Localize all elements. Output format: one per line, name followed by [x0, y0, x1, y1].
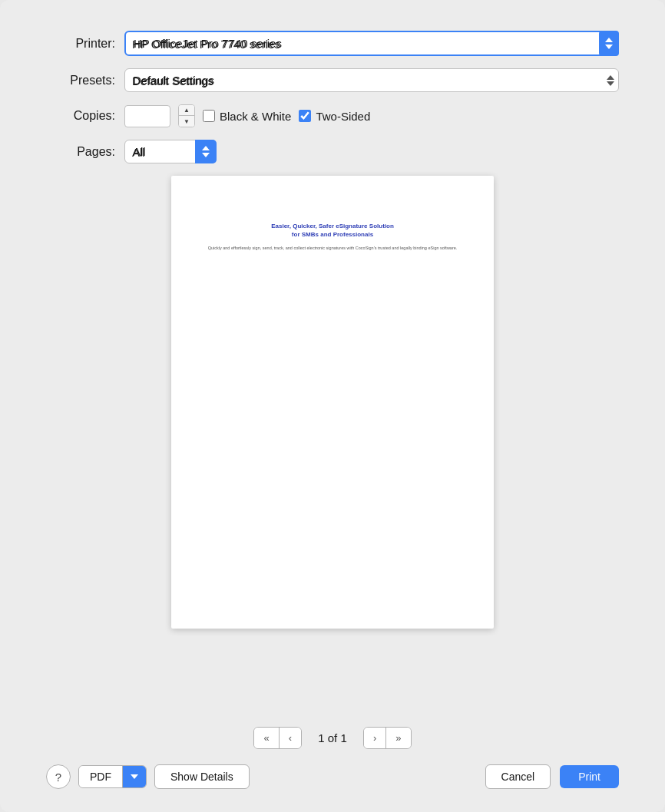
- cancel-button[interactable]: Cancel: [485, 764, 551, 789]
- help-button[interactable]: ?: [46, 764, 71, 789]
- preview-area: Easier, Quicker, Safer eSignature Soluti…: [46, 176, 619, 719]
- show-details-button[interactable]: Show Details: [154, 764, 250, 789]
- copies-input[interactable]: 1: [124, 105, 170, 127]
- last-page-button[interactable]: »: [386, 728, 410, 748]
- printer-row: Printer: HP OfficeJet Pro 7740 series HP…: [46, 31, 619, 56]
- presets-label: Presets:: [46, 74, 115, 87]
- nav-next-last-group: › »: [363, 727, 412, 749]
- nav-first-prev-group: « ‹: [253, 727, 302, 749]
- two-sided-label[interactable]: Two-Sided: [316, 110, 370, 123]
- pdf-label[interactable]: PDF: [79, 766, 123, 787]
- preview-title: Easier, Quicker, Safer eSignature Soluti…: [208, 222, 458, 239]
- next-page-button[interactable]: ›: [364, 728, 386, 748]
- copies-label: Copies:: [46, 109, 115, 123]
- pages-row: Pages: All All: [46, 140, 619, 163]
- presets-row: Presets: Default Settings Default Settin…: [46, 68, 619, 92]
- copies-decrement-button[interactable]: ▼: [179, 116, 194, 127]
- bottom-bar: ? PDF Show Details Cancel Print: [46, 764, 619, 789]
- print-button[interactable]: Print: [560, 765, 619, 788]
- copies-stepper: ▲ ▼: [178, 104, 195, 127]
- page-preview: Easier, Quicker, Safer eSignature Soluti…: [171, 176, 494, 629]
- pages-select[interactable]: All: [124, 140, 217, 163]
- copies-increment-button[interactable]: ▲: [179, 105, 194, 116]
- pages-select-wrapper: All All: [124, 140, 217, 163]
- page-content: Easier, Quicker, Safer eSignature Soluti…: [208, 222, 458, 252]
- copies-row: Copies: 1 ▲ ▼ Black & White Two-Sided: [46, 104, 619, 127]
- copies-controls: 1 ▲ ▼ Black & White Two-Sided: [124, 104, 370, 127]
- presets-select-wrapper: Default Settings Default Settings: [124, 68, 619, 92]
- black-white-label[interactable]: Black & White: [220, 110, 291, 123]
- printer-select[interactable]: HP OfficeJet Pro 7740 series: [124, 31, 619, 56]
- pdf-button-group: PDF: [78, 765, 147, 788]
- two-sided-group: Two-Sided: [299, 110, 370, 123]
- printer-label: Printer:: [46, 37, 115, 51]
- pdf-dropdown-button[interactable]: [123, 766, 146, 787]
- pages-label: Pages:: [46, 145, 115, 159]
- two-sided-checkbox[interactable]: [299, 110, 311, 122]
- presets-select[interactable]: Default Settings: [124, 68, 619, 92]
- printer-select-wrapper: HP OfficeJet Pro 7740 series HP OfficeJe…: [124, 31, 619, 56]
- dropdown-arrow-icon: [131, 774, 138, 779]
- bottom-left: ? PDF Show Details: [46, 764, 250, 789]
- preview-subtitle: Quickly and effortlessly sign, send, tra…: [208, 245, 458, 251]
- bottom-right: Cancel Print: [485, 764, 619, 789]
- black-white-group: Black & White: [203, 110, 291, 123]
- black-white-checkbox[interactable]: [203, 110, 215, 122]
- first-page-button[interactable]: «: [254, 728, 279, 748]
- page-indicator: 1 of 1: [309, 731, 356, 744]
- prev-page-button[interactable]: ‹: [280, 728, 301, 748]
- pagination-row: « ‹ 1 of 1 › »: [253, 727, 411, 749]
- print-dialog: Printer: HP OfficeJet Pro 7740 series HP…: [0, 0, 665, 812]
